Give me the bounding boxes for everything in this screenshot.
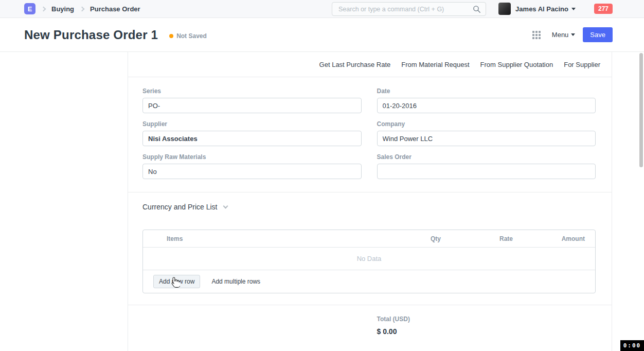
page-head: New Purchase Order 1 Not Saved Menu Save: [0, 18, 644, 52]
grid-view-icon[interactable]: [532, 31, 541, 39]
column-qty: Qty: [384, 235, 441, 242]
from-material-request-link[interactable]: From Material Request: [401, 61, 469, 68]
form-container: Get Last Purchase Rate From Material Req…: [128, 52, 612, 351]
company-label: Company: [377, 120, 596, 128]
status-indicator: Not Saved: [169, 32, 207, 40]
total-value: $ 0.00: [377, 327, 596, 336]
date-label: Date: [377, 87, 596, 95]
navbar: E Buying Purchase Order James Al Pacino …: [0, 0, 644, 18]
search-input[interactable]: [332, 6, 473, 13]
vertical-scrollbar[interactable]: [639, 53, 643, 167]
sales-order-label: Sales Order: [377, 153, 596, 161]
column-items: Items: [143, 235, 384, 242]
right-column: Date Company Sales Order: [377, 87, 596, 186]
page-head-actions: Menu Save: [532, 27, 613, 42]
items-section: Items Qty Rate Amount No Data Add new ro…: [128, 211, 612, 305]
chevron-down-icon[interactable]: [223, 204, 228, 209]
series-label: Series: [142, 87, 362, 95]
grid-header-row: Items Qty Rate Amount: [143, 230, 595, 248]
field-sales-order: Sales Order: [377, 153, 596, 179]
supply-raw-materials-input[interactable]: [142, 164, 362, 179]
from-supplier-quotation-link[interactable]: From Supplier Quotation: [480, 61, 553, 68]
for-supplier-link[interactable]: For Supplier: [564, 61, 600, 68]
app-logo[interactable]: E: [24, 3, 35, 14]
avatar[interactable]: [498, 3, 511, 15]
totals-left-spacer: [142, 315, 362, 336]
items-grid: Items Qty Rate Amount No Data Add new ro…: [142, 230, 596, 293]
currency-section-title: Currency and Price List: [142, 203, 218, 211]
notification-badge[interactable]: 277: [594, 4, 613, 14]
status-text: Not Saved: [176, 32, 207, 40]
series-input[interactable]: [142, 98, 362, 113]
timer-text: 0:00: [623, 342, 641, 349]
search-icon: [473, 5, 481, 13]
company-input[interactable]: [377, 131, 596, 146]
totals-section: Total (USD) $ 0.00: [128, 305, 612, 336]
field-supplier: Supplier: [142, 120, 362, 146]
supplier-input[interactable]: [142, 131, 362, 146]
recording-timer-overlay: 0:00: [620, 340, 644, 351]
chevron-right-icon: [80, 6, 85, 11]
chevron-right-icon: [41, 6, 46, 11]
save-button[interactable]: Save: [583, 27, 613, 42]
chevron-down-icon: [571, 33, 575, 36]
no-data-text: No Data: [357, 255, 382, 262]
add-multiple-rows-button[interactable]: Add multiple rows: [211, 278, 260, 285]
user-menu[interactable]: James Al Pacino: [515, 5, 568, 13]
navbar-right: James Al Pacino 277: [498, 3, 613, 15]
status-dot-icon: [169, 34, 173, 38]
column-rate: Rate: [441, 235, 513, 242]
currency-section-header[interactable]: Currency and Price List: [128, 192, 612, 211]
get-last-purchase-rate-link[interactable]: Get Last Purchase Rate: [319, 61, 391, 68]
grid-empty-row: No Data: [143, 248, 595, 270]
breadcrumb-buying[interactable]: Buying: [51, 5, 74, 13]
form-action-links: Get Last Purchase Rate From Material Req…: [128, 52, 612, 77]
breadcrumb-purchase-order[interactable]: Purchase Order: [90, 5, 140, 13]
menu-label: Menu: [552, 31, 569, 39]
field-date: Date: [377, 87, 596, 113]
supplier-label: Supplier: [142, 120, 362, 128]
page-title: New Purchase Order 1: [24, 28, 158, 42]
date-input[interactable]: [377, 98, 596, 113]
chevron-down-icon: [571, 8, 576, 10]
global-search-bar[interactable]: [332, 2, 486, 16]
add-new-row-button[interactable]: Add new row: [153, 275, 200, 288]
field-series: Series: [142, 87, 362, 113]
field-supply-raw-materials: Supply Raw Materials: [142, 153, 362, 179]
total-label: Total (USD): [377, 315, 596, 323]
supply-raw-materials-label: Supply Raw Materials: [142, 153, 362, 161]
totals-right-column: Total (USD) $ 0.00: [377, 315, 596, 336]
main-fields-section: Series Supplier Supply Raw Materials Dat…: [128, 77, 612, 192]
grid-footer-row: Add new row Add multiple rows: [143, 270, 595, 293]
menu-button[interactable]: Menu: [552, 31, 576, 39]
sales-order-input[interactable]: [377, 164, 596, 179]
field-company: Company: [377, 120, 596, 146]
left-column: Series Supplier Supply Raw Materials: [142, 87, 362, 186]
column-amount: Amount: [513, 235, 585, 242]
